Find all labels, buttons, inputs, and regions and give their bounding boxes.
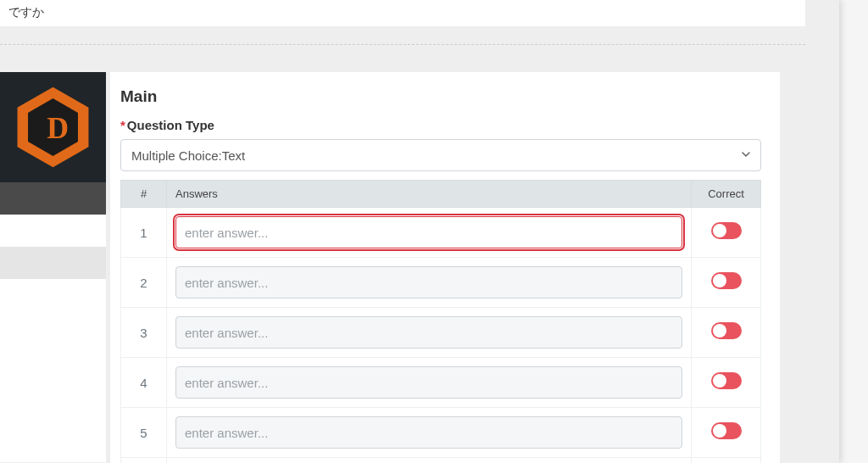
answer-input[interactable] bbox=[175, 316, 682, 349]
correct-cell bbox=[692, 458, 761, 464]
sidebar-item-4[interactable] bbox=[0, 279, 106, 311]
correct-toggle[interactable] bbox=[711, 422, 742, 439]
sidebar-item-3[interactable] bbox=[0, 247, 106, 279]
toggle-knob bbox=[713, 324, 726, 337]
top-question-bar: ですか bbox=[0, 0, 805, 27]
correct-cell bbox=[692, 208, 761, 258]
answers-table: # Answers Correct 123456 bbox=[120, 180, 761, 463]
answer-cell bbox=[167, 358, 692, 408]
table-row: 6 bbox=[121, 458, 761, 464]
table-row: 3 bbox=[121, 308, 761, 358]
app-frame: ですか D Main *Question Type Multiple Choic… bbox=[0, 0, 839, 463]
row-number: 1 bbox=[121, 208, 167, 258]
question-type-select-wrap: Multiple Choice:Text bbox=[120, 139, 761, 171]
row-number: 2 bbox=[121, 258, 167, 308]
question-type-label-text: Question Type bbox=[127, 118, 214, 132]
answer-cell bbox=[167, 258, 692, 308]
sidebar: D bbox=[0, 72, 106, 462]
col-header-answers: Answers bbox=[167, 181, 692, 208]
answer-input[interactable] bbox=[175, 266, 682, 298]
answer-cell bbox=[167, 308, 692, 358]
correct-toggle[interactable] bbox=[711, 272, 742, 289]
row-number: 5 bbox=[121, 408, 167, 458]
row-number: 3 bbox=[121, 308, 167, 358]
answer-cell bbox=[167, 208, 692, 258]
toggle-knob bbox=[713, 274, 726, 287]
answer-input[interactable] bbox=[175, 416, 682, 449]
row-number: 4 bbox=[121, 358, 167, 408]
correct-cell bbox=[692, 408, 761, 458]
question-type-label: *Question Type bbox=[120, 118, 761, 132]
required-mark: * bbox=[120, 118, 125, 132]
answer-cell bbox=[167, 458, 692, 464]
table-row: 5 bbox=[121, 408, 761, 458]
toggle-knob bbox=[713, 424, 726, 438]
toggle-knob bbox=[713, 224, 726, 237]
logo-letter: D bbox=[47, 111, 69, 145]
hex-logo-icon: D bbox=[13, 85, 93, 170]
answer-input[interactable] bbox=[175, 366, 682, 399]
sidebar-item-2[interactable] bbox=[0, 215, 106, 247]
question-type-selected-value: Multiple Choice:Text bbox=[131, 148, 245, 163]
section-title: Main bbox=[120, 87, 761, 106]
correct-toggle[interactable] bbox=[711, 222, 742, 239]
correct-cell bbox=[692, 258, 761, 308]
col-header-num: # bbox=[121, 181, 167, 208]
row-number: 6 bbox=[121, 458, 167, 464]
top-question-text: ですか bbox=[8, 5, 44, 19]
col-header-correct: Correct bbox=[692, 181, 761, 208]
toggle-knob bbox=[713, 374, 726, 388]
answer-input[interactable] bbox=[175, 216, 682, 248]
correct-cell bbox=[692, 358, 761, 408]
dashed-separator bbox=[0, 44, 805, 45]
answer-cell bbox=[167, 408, 692, 458]
sidebar-item-1[interactable] bbox=[0, 182, 106, 215]
question-type-select[interactable]: Multiple Choice:Text bbox=[120, 139, 761, 171]
main-panel: Main *Question Type Multiple Choice:Text… bbox=[110, 72, 780, 463]
table-row: 2 bbox=[121, 258, 761, 308]
correct-toggle[interactable] bbox=[711, 372, 742, 389]
table-row: 4 bbox=[121, 358, 761, 408]
correct-toggle[interactable] bbox=[711, 322, 742, 339]
table-row: 1 bbox=[121, 208, 761, 258]
sidebar-logo-block: D bbox=[0, 72, 106, 182]
correct-cell bbox=[692, 308, 761, 358]
